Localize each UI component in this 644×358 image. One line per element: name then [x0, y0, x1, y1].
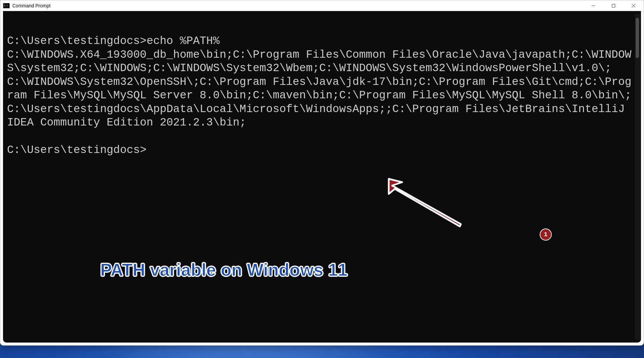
window-controls	[583, 0, 644, 11]
annotation-badge: 1	[540, 228, 552, 241]
title-bar[interactable]: Command Prompt	[0, 0, 644, 11]
svg-rect-1	[612, 4, 615, 7]
scrollbar-track[interactable]	[635, 14, 640, 340]
annotation-badge-number: 1	[544, 231, 548, 238]
terminal-body[interactable]: C:\Users\testingdocs>echo %PATH% C:\WIND…	[3, 11, 641, 343]
maximize-button[interactable]	[603, 0, 624, 11]
command-prompt-window: Command Prompt C:\Users\testingdocs>echo…	[0, 0, 644, 346]
prompt-line-2: C:\Users\testingdocs>	[7, 144, 147, 156]
command-text: echo %PATH%	[147, 35, 220, 47]
terminal-output: C:\Users\testingdocs>echo %PATH% C:\WIND…	[7, 35, 637, 157]
minimize-button[interactable]	[583, 0, 603, 11]
cmd-icon	[3, 3, 10, 8]
scrollbar-thumb[interactable]	[636, 18, 639, 58]
path-output: C:\WINDOWS.X64_193000_db_home\bin;C:\Pro…	[7, 49, 632, 129]
window-title: Command Prompt	[12, 3, 583, 8]
annotation-caption: PATH variable on Windows 11	[100, 259, 347, 281]
close-button[interactable]	[624, 0, 644, 11]
annotation-arrow-icon	[375, 175, 476, 240]
prompt-line-1: C:\Users\testingdocs>	[7, 35, 147, 47]
